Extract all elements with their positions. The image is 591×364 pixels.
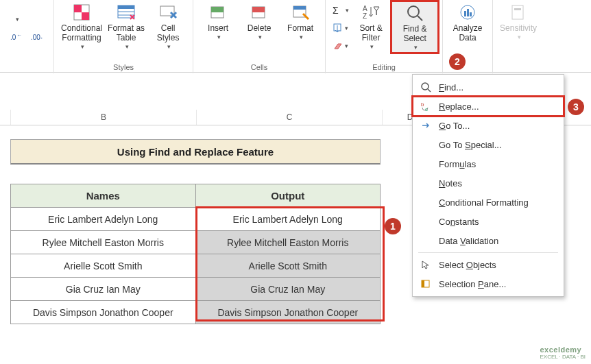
- menu-find[interactable]: Find...: [413, 77, 564, 97]
- svg-line-33: [428, 89, 431, 92]
- svg-rect-13: [211, 7, 217, 12]
- svg-rect-16: [252, 7, 258, 12]
- watermark-tag: EXCEL · DATA · BI: [540, 354, 586, 360]
- svg-text:Z: Z: [363, 12, 367, 20]
- menu-constants-label: Constants: [439, 217, 479, 227]
- menu-select-objects-label: Select Objects: [439, 260, 496, 270]
- cell-name[interactable]: Eric Lambert Adelyn Long: [11, 208, 196, 231]
- watermark-brand: exceldemy: [540, 345, 581, 354]
- delete-cells-icon: [250, 3, 269, 22]
- editing-group-label: Editing: [372, 63, 396, 73]
- sort-filter-button[interactable]: AZ Sort & Filter ▾: [350, 1, 391, 51]
- autosum-button[interactable]: Σ▾: [331, 3, 349, 18]
- cursor-icon: [420, 258, 432, 271]
- svg-text:A: A: [363, 5, 367, 12]
- svg-rect-14: [217, 7, 224, 12]
- editing-group: Σ▾ ▾ ▾ AZ Sort & Filter ▾: [326, 0, 443, 73]
- table-row[interactable]: Gia Cruz Ian May Gia Cruz Ian May: [11, 278, 381, 301]
- analyze-data-button[interactable]: Analyze Data: [447, 1, 488, 45]
- search-icon: [420, 81, 432, 93]
- ribbon: .0← .00→ Conditional Formatting ▾: [0, 0, 591, 73]
- selection-pane-icon: [420, 278, 432, 290]
- increase-decimal-button[interactable]: .0←: [7, 30, 26, 44]
- conditional-formatting-icon: [72, 3, 91, 22]
- styles-group: Conditional Formatting ▾ Format as Table…: [54, 0, 193, 73]
- menu-goto[interactable]: Go To...: [413, 116, 564, 135]
- decrease-decimal-button[interactable]: .00→: [27, 30, 47, 44]
- cell-name[interactable]: Arielle Scott Smith: [11, 254, 196, 278]
- insert-button[interactable]: Insert ▾: [197, 1, 239, 42]
- svg-rect-30: [512, 5, 523, 19]
- menu-find-label: Find...: [439, 82, 463, 93]
- cells-group-label: Cells: [251, 63, 267, 73]
- sensitivity-button: Sensitivity ▾: [497, 1, 540, 42]
- svg-text:←: ←: [16, 32, 22, 38]
- conditional-formatting-button[interactable]: Conditional Formatting ▾: [58, 1, 105, 51]
- menu-selection-pane[interactable]: Selection Pane...: [413, 274, 564, 293]
- sort-filter-icon: AZ: [361, 3, 381, 22]
- insert-label: Insert: [208, 24, 228, 34]
- delete-label: Delete: [248, 24, 272, 34]
- cell-styles-button[interactable]: Cell Styles ▾: [147, 1, 189, 51]
- sensitivity-group: Sensitivity ▾: [493, 0, 544, 73]
- menu-goto-special-label: Go To Special...: [439, 140, 502, 150]
- cell-styles-label: Cell Styles: [157, 24, 180, 43]
- cell-name[interactable]: Davis Simpson Jonathon Cooper: [11, 301, 196, 324]
- menu-data-validation[interactable]: Data Validation: [413, 231, 564, 250]
- col-header-gutter: [0, 110, 11, 125]
- table-row[interactable]: Rylee Mitchell Easton Morris Rylee Mitch…: [11, 231, 381, 254]
- editing-small-stack: Σ▾ ▾ ▾: [330, 1, 350, 55]
- number-format-stack: .0← .00→: [7, 1, 49, 55]
- cell-output[interactable]: Davis Simpson Jonathon Cooper: [195, 301, 381, 324]
- col-header-c[interactable]: C: [197, 110, 383, 125]
- svg-rect-8: [118, 5, 134, 9]
- menu-conditional-formatting[interactable]: Conditional Formatting: [413, 193, 564, 212]
- fill-button[interactable]: ▾: [331, 21, 349, 36]
- clear-button[interactable]: ▾: [331, 38, 349, 53]
- menu-replace[interactable]: bc Replace...: [413, 97, 564, 116]
- header-output: Output: [195, 184, 381, 208]
- table-row[interactable]: Arielle Scott Smith Arielle Scott Smith: [11, 254, 381, 278]
- cell-name[interactable]: Rylee Mitchell Easton Morris: [11, 231, 196, 254]
- table-row[interactable]: Davis Simpson Jonathon Cooper Davis Simp…: [11, 301, 381, 324]
- cell-output[interactable]: Gia Cruz Ian May: [195, 278, 381, 301]
- format-as-table-label: Format as Table: [108, 24, 145, 43]
- find-select-button[interactable]: Find & Select ▾: [391, 1, 438, 53]
- menu-constants[interactable]: Constants: [413, 212, 564, 231]
- cell-name[interactable]: Gia Cruz Ian May: [11, 278, 196, 301]
- insert-cells-icon: [208, 3, 228, 22]
- delete-button[interactable]: Delete ▾: [239, 1, 280, 42]
- table-row[interactable]: Eric Lambert Adelyn Long Eric Lambert Ad…: [11, 208, 381, 231]
- format-button[interactable]: Format ▾: [280, 1, 321, 42]
- sensitivity-icon: [509, 3, 528, 22]
- format-as-table-button[interactable]: Format as Table ▾: [105, 1, 147, 51]
- analyze-data-icon: [458, 3, 477, 22]
- conditional-formatting-label: Conditional Formatting: [61, 24, 102, 43]
- format-as-table-icon: [117, 3, 136, 22]
- svg-rect-31: [514, 8, 521, 10]
- find-select-menu: Find... bc Replace... Go To... Go To Spe…: [412, 74, 564, 297]
- svg-text:Σ: Σ: [333, 5, 339, 16]
- menu-formulas[interactable]: Formulas: [413, 154, 564, 173]
- sensitivity-label: Sensitivity: [500, 24, 537, 34]
- menu-select-objects[interactable]: Select Objects: [413, 255, 564, 274]
- analyze-data-label: Analyze Data: [453, 24, 483, 43]
- number-format-dropdown[interactable]: [7, 12, 26, 26]
- sort-filter-label: Sort & Filter: [359, 24, 382, 43]
- menu-notes[interactable]: Notes: [413, 173, 564, 193]
- cell-output[interactable]: Rylee Mitchell Easton Morris: [195, 231, 381, 254]
- svg-rect-17: [258, 7, 265, 12]
- watermark: exceldemy EXCEL · DATA · BI: [540, 345, 586, 360]
- cell-output[interactable]: Eric Lambert Adelyn Long: [195, 208, 381, 231]
- svg-point-32: [422, 83, 429, 90]
- cells-group: Insert ▾ Delete ▾ Format ▾ Cells: [193, 0, 326, 73]
- menu-notes-label: Notes: [439, 178, 462, 189]
- menu-goto-special[interactable]: Go To Special...: [413, 135, 564, 154]
- cell-styles-icon: [158, 3, 178, 22]
- callout-badge-1: 1: [385, 218, 401, 234]
- svg-rect-19: [293, 6, 306, 10]
- format-cells-icon: [291, 3, 310, 22]
- col-header-b[interactable]: B: [11, 110, 197, 125]
- cell-output[interactable]: Arielle Scott Smith: [195, 254, 381, 278]
- svg-rect-27: [464, 11, 466, 16]
